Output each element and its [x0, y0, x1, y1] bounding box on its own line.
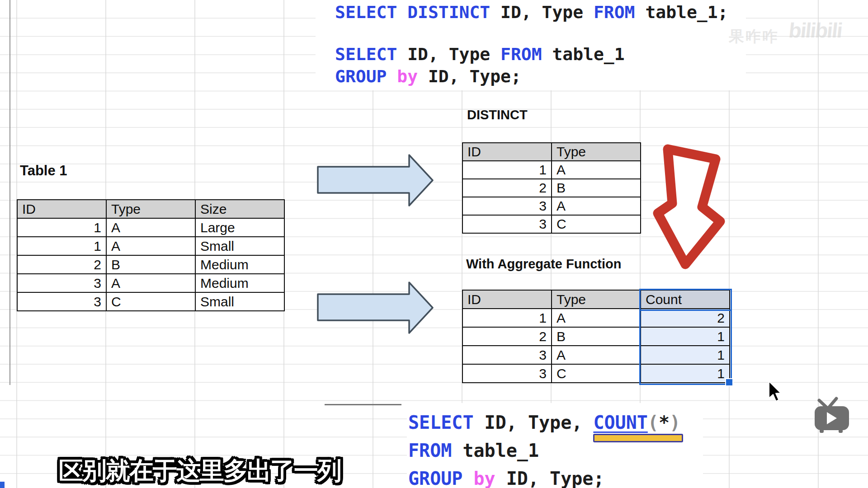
watermark-username: 果咋咋: [729, 26, 779, 47]
code-token: table_1: [542, 44, 625, 64]
sheet-corner-selection-mark: [0, 482, 5, 488]
table-row: 2BMedium: [17, 255, 284, 274]
table-cell[interactable]: Small: [195, 292, 284, 311]
aggregate-result-table[interactable]: IDTypeCount1A22B13A13C1: [462, 290, 730, 383]
table-cell[interactable]: 3: [462, 346, 552, 364]
table-cell[interactable]: C: [552, 364, 641, 383]
code-token: ID, Type,: [474, 412, 594, 433]
header-cell[interactable]: Size: [195, 200, 284, 218]
code-token: by: [397, 66, 418, 86]
code-token: ID, Type;: [495, 468, 604, 488]
table-row: 2B1: [462, 327, 730, 346]
header-cell[interactable]: Type: [552, 290, 641, 309]
table-row: 2B: [462, 179, 641, 197]
source-table[interactable]: IDTypeSize1ALarge1ASmall2BMedium3AMedium…: [17, 199, 285, 311]
table-cell[interactable]: B: [552, 179, 641, 197]
code-token: GROUP: [335, 66, 387, 86]
code-token: ID, Type: [397, 44, 500, 64]
distinct-label: DISTINCT: [467, 108, 528, 122]
table-cell[interactable]: 1: [641, 327, 730, 346]
table-cell[interactable]: 3: [462, 364, 552, 383]
table-cell[interactable]: A: [552, 161, 641, 179]
table-row: 1ALarge: [17, 218, 284, 237]
table1-label: Table 1: [20, 163, 67, 179]
code-token: ID, Type;: [418, 66, 521, 86]
table-cell[interactable]: 2: [462, 179, 552, 197]
header-row: IDTypeCount: [462, 290, 730, 309]
table-cell[interactable]: 1: [17, 237, 106, 255]
selection-fill-handle[interactable]: [725, 378, 733, 386]
subtitle-caption: 区别就在于这里多出了一列: [59, 455, 341, 488]
table-cell[interactable]: 2: [17, 255, 106, 274]
header-cell[interactable]: ID: [17, 200, 106, 218]
sql-query-distinct: SELECT DISTINCT ID, Type FROM table_1;: [335, 2, 728, 23]
code-token: COUNT: [593, 412, 647, 433]
code-token: ID, Type: [490, 2, 594, 22]
table-cell[interactable]: Medium: [195, 255, 284, 274]
table-cell[interactable]: 1: [641, 364, 730, 383]
table-cell[interactable]: Medium: [195, 274, 284, 292]
code-line: SELECT DISTINCT ID, Type FROM table_1;: [335, 2, 728, 23]
header-row: IDType: [462, 143, 641, 161]
code-token: table_1;: [635, 2, 728, 22]
table-cell[interactable]: A: [552, 346, 641, 364]
table-row: 1A: [462, 161, 641, 179]
header-cell[interactable]: ID: [462, 290, 552, 309]
code-token: [387, 66, 397, 86]
code-token: ): [670, 412, 680, 433]
table-cell[interactable]: Large: [195, 218, 284, 237]
table-row: 1A2: [462, 309, 730, 327]
code-token: (: [648, 412, 659, 433]
bilibili-tv-play-icon: [812, 396, 853, 434]
mouse-cursor: [768, 381, 783, 403]
code-token: GROUP: [408, 468, 462, 488]
code-token: [462, 468, 473, 488]
table-cell[interactable]: 1: [17, 218, 106, 237]
table-cell[interactable]: 3: [17, 274, 106, 292]
frozen-pane-vertical-line: [9, 0, 10, 385]
table-cell[interactable]: A: [552, 309, 641, 327]
table-cell[interactable]: C: [552, 215, 641, 233]
table-row: 3AMedium: [17, 274, 284, 292]
table-cell[interactable]: Small: [195, 237, 284, 255]
code-token: DISTINCT: [407, 2, 490, 22]
count-highlight-underline: [593, 434, 683, 442]
code-token: FROM: [500, 44, 542, 64]
code-line: SELECT ID, Type FROM table_1: [335, 43, 625, 66]
video-frame: { "colors": { "keyword": "#2b45e1", "by_…: [0, 0, 868, 488]
header-cell[interactable]: Type: [106, 200, 195, 218]
table-cell[interactable]: 2: [641, 309, 730, 327]
table-cell[interactable]: 3: [462, 197, 552, 215]
table-cell[interactable]: C: [106, 292, 195, 311]
header-cell[interactable]: Type: [552, 143, 641, 161]
table-cell[interactable]: A: [552, 197, 641, 215]
table-cell[interactable]: 3: [17, 292, 106, 311]
table-row: 1ASmall: [17, 237, 284, 255]
aggregate-label: With Aggregate Function: [466, 257, 621, 272]
table-row: 3C1: [462, 364, 730, 383]
code-token: SELECT: [408, 412, 474, 433]
table-cell[interactable]: A: [106, 237, 195, 255]
code-token: by: [474, 468, 495, 488]
code-line: GROUP by ID, Type;: [408, 465, 680, 488]
blue-flow-arrow-top: [312, 149, 443, 212]
code-token: *: [659, 412, 670, 433]
table-row: 3A1: [462, 346, 730, 364]
table-cell[interactable]: A: [106, 218, 195, 237]
table-cell[interactable]: B: [552, 327, 641, 346]
table-cell[interactable]: 3: [462, 215, 552, 233]
table-cell[interactable]: 2: [462, 327, 552, 346]
table-cell[interactable]: A: [106, 274, 195, 292]
table-cell[interactable]: 1: [462, 309, 552, 327]
bilibili-logo: bilibili: [788, 18, 843, 42]
table-cell[interactable]: 1: [462, 161, 552, 179]
header-cell[interactable]: ID: [462, 143, 552, 161]
table-cell[interactable]: B: [106, 255, 195, 274]
code-line: GROUP by ID, Type;: [335, 66, 625, 88]
header-cell[interactable]: Count: [641, 290, 730, 309]
distinct-result-table[interactable]: IDType1A2B3A3C: [462, 142, 641, 234]
code-token: table_1: [452, 440, 539, 461]
code-token: SELECT: [335, 2, 397, 22]
table-cell[interactable]: 1: [641, 346, 730, 364]
blue-flow-arrow-bottom: [312, 277, 443, 340]
